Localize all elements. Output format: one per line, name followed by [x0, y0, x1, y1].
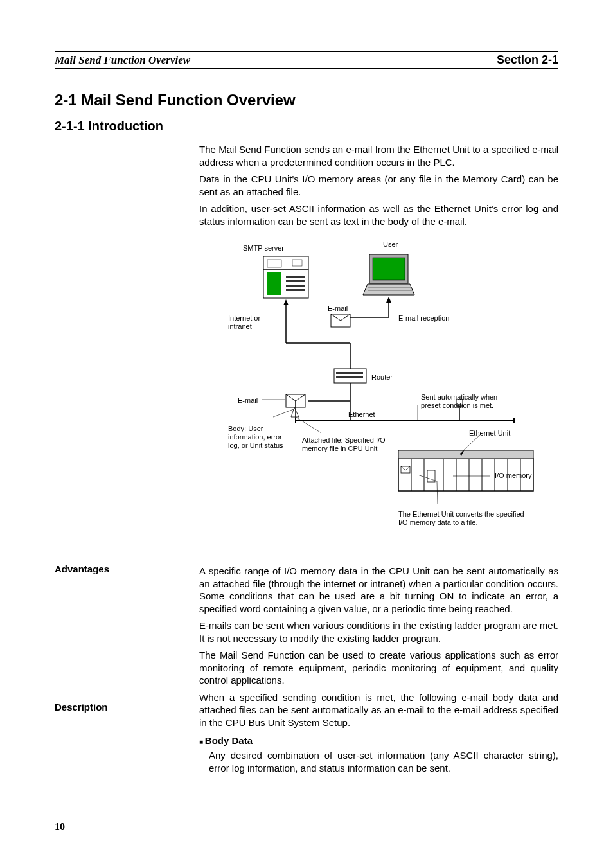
- svg-marker-19: [386, 297, 391, 303]
- lbl-sentauto: Sent automatically when preset condition…: [421, 393, 517, 410]
- page-number: 10: [55, 821, 65, 833]
- svg-marker-17: [283, 299, 289, 305]
- svg-line-46: [273, 409, 294, 417]
- label-description: Description: [55, 702, 108, 713]
- lbl-ethunit: Ethernet Unit: [469, 429, 510, 438]
- svg-rect-7: [286, 289, 305, 291]
- bodydata-p1: Any desired combination of user-set info…: [209, 749, 558, 774]
- header-title: Mail Send Function Overview: [55, 54, 190, 67]
- lbl-attached: Attached file: Specified I/O memory file…: [302, 436, 386, 453]
- svg-rect-14: [336, 372, 363, 374]
- intro-p2: Data in the CPU Unit's I/O memory areas …: [199, 173, 558, 198]
- description-text: When a specified sending condition is me…: [199, 691, 558, 729]
- lbl-converts: The Ethernet Unit converts the specified…: [398, 510, 527, 527]
- svg-rect-5: [286, 280, 305, 282]
- adv-p1: A specific range of I/O memory data in t…: [199, 565, 558, 615]
- svg-rect-13: [334, 369, 366, 383]
- svg-rect-10: [373, 258, 405, 280]
- label-advantages: Advantages: [55, 563, 109, 574]
- subheading-bodydata: Body Data: [199, 735, 558, 746]
- adv-p2: E-mails can be sent when various conditi…: [199, 619, 558, 644]
- header-section: Section 2-1: [497, 53, 558, 67]
- svg-rect-3: [267, 272, 281, 295]
- lbl-email: E-mail: [328, 305, 348, 313]
- subheading-bodydata-text: Body Data: [205, 735, 253, 746]
- intro-p3: In addition, user-set ASCII information …: [199, 202, 558, 227]
- lbl-ethernet: Ethernet: [348, 411, 375, 419]
- lbl-bodyuser: Body: User information, error log, or Un…: [228, 425, 286, 450]
- lbl-router: Router: [371, 373, 393, 382]
- lbl-user: User: [383, 240, 398, 249]
- lbl-iomem: I/O memory: [495, 472, 531, 480]
- adv-p3: The Mail Send Function can be used to cr…: [199, 649, 558, 687]
- heading-2: 2-1-1 Introduction: [55, 119, 558, 134]
- lbl-email2: E-mail: [238, 396, 258, 405]
- lbl-internet: Internet or intranet: [228, 314, 267, 331]
- svg-rect-8: [267, 260, 281, 267]
- svg-rect-6: [286, 285, 305, 287]
- svg-rect-15: [336, 376, 363, 378]
- running-header: Mail Send Function Overview Section 2-1: [55, 51, 558, 69]
- desc-p1: When a specified sending condition is me…: [199, 691, 558, 729]
- svg-rect-4: [286, 276, 305, 278]
- bodydata-text: Any desired combination of user-set info…: [209, 749, 558, 774]
- svg-rect-34: [398, 450, 533, 459]
- lbl-smtp: SMTP server: [243, 244, 284, 252]
- lbl-email-reception: E-mail reception: [398, 314, 449, 323]
- svg-line-47: [296, 417, 321, 433]
- intro-p1: The Mail Send Function sends an e-mail f…: [199, 143, 558, 168]
- advantages-text: A specific range of I/O memory data in t…: [199, 565, 558, 687]
- heading-1: 2-1 Mail Send Function Overview: [55, 91, 558, 109]
- intro-text: The Mail Send Function sends an e-mail f…: [199, 143, 558, 227]
- network-diagram: SMTP server User Internet or intranet E-…: [199, 240, 559, 549]
